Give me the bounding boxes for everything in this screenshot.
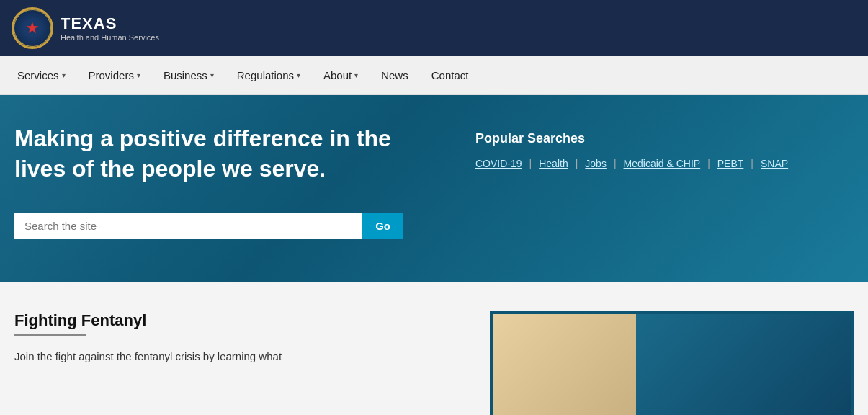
texas-seal: ★ xyxy=(12,7,53,49)
nav-news[interactable]: News xyxy=(370,56,420,94)
nav-regulations[interactable]: Regulations ▾ xyxy=(225,56,312,94)
nav-providers[interactable]: Providers ▾ xyxy=(77,56,152,94)
nav-contact[interactable]: Contact xyxy=(420,56,480,94)
popular-link-health[interactable]: Health xyxy=(532,158,575,169)
logo-wrapper[interactable]: ★ TEXAS Health and Human Services xyxy=(12,7,159,49)
popular-links: COVID-19 | Health | Jobs | Medicaid & CH… xyxy=(475,158,854,169)
search-row: Go xyxy=(14,213,403,239)
section-title: Fighting Fentanyl xyxy=(14,311,461,330)
chevron-down-icon: ▾ xyxy=(354,71,358,79)
content-left: Fighting Fentanyl Join the fight against… xyxy=(14,311,461,415)
site-header: ★ TEXAS Health and Human Services xyxy=(0,0,868,56)
chevron-down-icon: ▾ xyxy=(297,71,300,79)
nav-business[interactable]: Business ▾ xyxy=(152,56,225,94)
popular-searches-title: Popular Searches xyxy=(475,131,854,146)
search-input[interactable] xyxy=(14,213,362,239)
search-button[interactable]: Go xyxy=(362,213,403,239)
chevron-down-icon: ▾ xyxy=(210,71,214,79)
nav-about[interactable]: About ▾ xyxy=(312,56,370,94)
logo-subtitle-text: Health and Human Services xyxy=(61,33,159,42)
logo-text: TEXAS Health and Human Services xyxy=(61,14,159,42)
section-body: Join the fight against the fentanyl cris… xyxy=(14,348,461,365)
content-right xyxy=(490,311,854,415)
fentanyl-image xyxy=(490,311,854,415)
content-section: Fighting Fentanyl Join the fight against… xyxy=(0,282,868,415)
popular-link-medicaid[interactable]: Medicaid & CHIP xyxy=(617,158,708,169)
popular-link-pebt[interactable]: PEBT xyxy=(710,158,751,169)
logo-texas-text: TEXAS xyxy=(61,14,159,33)
popular-link-jobs[interactable]: Jobs xyxy=(578,158,614,169)
hero-left: Making a positive difference in the live… xyxy=(14,124,447,239)
chevron-down-icon: ▾ xyxy=(137,71,140,79)
popular-link-snap[interactable]: SNAP xyxy=(753,158,795,169)
hero-tagline: Making a positive difference in the live… xyxy=(14,124,432,184)
section-title-underline xyxy=(14,334,86,336)
hero-right: Popular Searches COVID-19 | Health | Job… xyxy=(475,124,854,169)
seal-star-icon: ★ xyxy=(25,19,40,37)
nav-services[interactable]: Services ▾ xyxy=(6,56,77,94)
popular-link-covid19[interactable]: COVID-19 xyxy=(475,158,529,169)
chevron-down-icon: ▾ xyxy=(62,71,66,79)
image-overlay xyxy=(636,314,851,415)
main-nav: Services ▾ Providers ▾ Business ▾ Regula… xyxy=(0,56,868,95)
hero-section: Making a positive difference in the live… xyxy=(0,95,868,282)
